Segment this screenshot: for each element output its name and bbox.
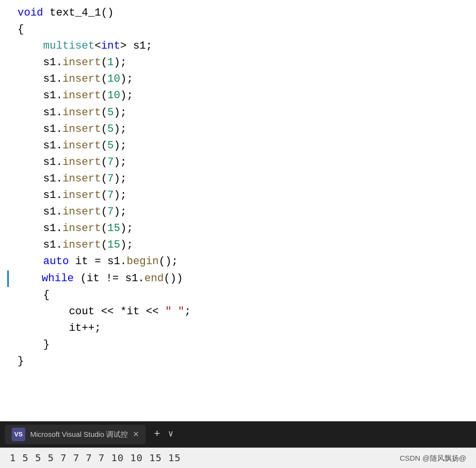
code-line: void text_4_1() [9,5,466,21]
vs-icon: VS [12,428,25,441]
code-content: void text_4_1(){ multiset<int> s1; s1.in… [0,5,476,370]
code-line: { [9,287,466,304]
statusbar: 1 5 5 5 7 7 7 7 10 10 15 15 CSDN @随风飘扬@ [0,448,476,468]
code-line: it++; [9,320,466,337]
code-line: auto it = s1.begin(); [9,253,466,270]
code-line: s1.insert(15); [9,220,466,237]
code-editor: void text_4_1(){ multiset<int> s1; s1.in… [0,0,476,421]
code-line: } [9,353,466,370]
tab-label: Microsoft Visual Studio 调试控 [30,429,128,440]
watermark-text: CSDN @随风飘扬@ [400,452,466,464]
code-line: s1.insert(1); [9,54,466,71]
code-line: s1.insert(15); [9,237,466,253]
new-tab-button[interactable]: + [150,426,164,443]
output-text: 1 5 5 5 7 7 7 7 10 10 15 15 [10,450,400,466]
code-line: s1.insert(5); [9,121,466,138]
code-line: s1.insert(5); [9,105,466,121]
code-line: s1.insert(7); [9,154,466,171]
code-line: s1.insert(7); [9,171,466,187]
taskbar-tab[interactable]: VS Microsoft Visual Studio 调试控 ✕ [5,425,146,444]
code-line: multiset<int> s1; [9,38,466,54]
code-line: cout << *it << " "; [9,304,466,320]
code-line: { [9,21,466,38]
code-line: s1.insert(5); [9,138,466,154]
tab-chevron-button[interactable]: ∨ [168,428,174,441]
code-line: s1.insert(10); [9,71,466,88]
tab-close-button[interactable]: ✕ [133,429,139,441]
code-line: s1.insert(7); [9,187,466,204]
code-line: } [9,337,466,353]
code-line: s1.insert(7); [9,204,466,220]
code-line: s1.insert(10); [9,88,466,104]
taskbar: VS Microsoft Visual Studio 调试控 ✕ + ∨ [0,421,476,448]
code-line: while (it != s1.end()) [7,270,466,287]
